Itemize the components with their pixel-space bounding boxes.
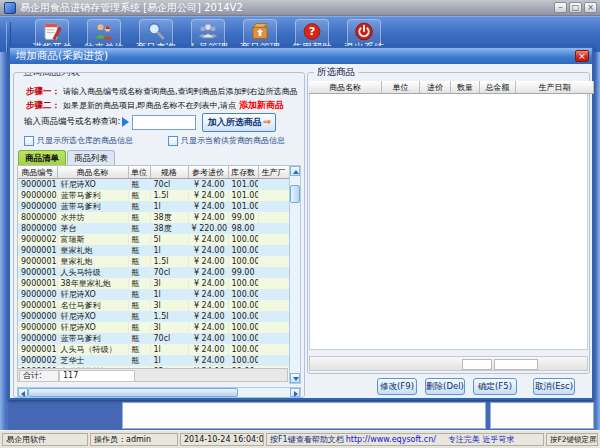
table-row[interactable]: 90000006蓝带马爹利瓶70cl¥ 24.00100.00	[18, 333, 289, 344]
table-row[interactable]: 9000001638年皇家礼炮瓶3l¥ 24.00100.00	[18, 278, 289, 289]
column-header[interactable]: 生产日期	[516, 81, 594, 94]
table-row[interactable]: 90000009轩尼诗XO瓶1l¥ 24.00100.00	[18, 289, 289, 300]
dialog-titlebar[interactable]: 增加商品(采购进货) ×	[10, 48, 592, 64]
table-cell: ¥ 24.00	[188, 245, 228, 256]
table-cell	[258, 256, 289, 267]
table-cell: 99.00	[228, 267, 258, 278]
table-row[interactable]: 80000002茅台瓶38度¥ 220.0098.00	[18, 223, 289, 234]
table-cell: 轩尼诗XO	[57, 289, 128, 300]
checkbox-icon[interactable]	[24, 136, 34, 146]
table-row[interactable]: 90000012人头马特级瓶70cl¥ 24.0099.00	[18, 267, 289, 278]
table-row[interactable]: 90000014皇家礼炮瓶1l¥ 24.00100.00	[18, 245, 289, 256]
search-input[interactable]	[132, 115, 196, 130]
table-cell: 皇家礼炮	[57, 245, 128, 256]
modify-button[interactable]: 修改(F9)	[377, 378, 417, 395]
table-header-row: 商品编号商品名称单位规格参考进价库存数生产厂	[18, 166, 289, 179]
arrow-right-icon: ⇒	[263, 117, 271, 127]
delete-button[interactable]: 删除(Del)	[425, 378, 465, 395]
checkbox-icon[interactable]	[168, 136, 178, 146]
table-row[interactable]: 90000010轩尼诗XO瓶70cl¥ 24.00101.00	[18, 179, 289, 191]
column-header[interactable]: 商品名称	[57, 166, 128, 179]
table-row[interactable]: 90000005蓝带马爹利瓶1l¥ 24.00101.00	[18, 201, 289, 212]
table-cell: ¥ 24.00	[188, 322, 228, 333]
table-row[interactable]: 90000023芝华士瓶1l¥ 24.00100.00	[18, 355, 289, 366]
scroll-left-button[interactable]	[18, 388, 28, 397]
column-header[interactable]: 单位	[128, 166, 150, 179]
scroll-up-button[interactable]	[290, 166, 300, 176]
table-row[interactable]: 90000011人头马（特级）瓶1l¥ 24.00100.00	[18, 344, 289, 355]
add-product-dialog: 增加商品(采购进货) × 查询商品列表 步骤一：请输入商品编号或名称查询商品,查…	[8, 46, 594, 400]
table-cell: 100.00	[228, 245, 258, 256]
table-cell: 瓶	[128, 333, 150, 344]
table-row[interactable]: 90000013皇家礼炮瓶1.5l¥ 24.00100.00	[18, 256, 289, 267]
table-cell: 101.00	[228, 201, 258, 212]
maximize-button[interactable]: □	[569, 2, 582, 13]
scrollbar-thumb[interactable]	[290, 185, 300, 203]
step2-label: 步骤二：	[26, 100, 60, 110]
tab-product-list-active[interactable]: 商品清单	[18, 150, 66, 166]
cancel-button[interactable]: 取消(Esc)	[533, 378, 575, 395]
table-cell: ¥ 24.00	[188, 190, 228, 201]
table-cell: 100.00	[228, 344, 258, 355]
table-cell: 101.00	[228, 179, 258, 191]
column-header[interactable]: 商品编号	[18, 166, 57, 179]
status-slogan: 专注完美 近乎苛求	[448, 435, 515, 444]
scroll-right-button[interactable]	[290, 388, 300, 397]
table-row[interactable]: 90000007轩尼诗XO瓶3l¥ 24.00100.00	[18, 322, 289, 333]
minimize-button[interactable]: –	[554, 2, 567, 13]
add-new-product-link[interactable]: 添加新商品	[239, 100, 284, 110]
table-cell: 100.00	[228, 256, 258, 267]
power-icon	[353, 21, 375, 42]
package-icon	[249, 21, 271, 42]
product-tabs: 商品清单 商品列表	[18, 150, 115, 166]
status-url-link[interactable]: http://www.eqysoft.cn/	[346, 435, 436, 444]
column-header[interactable]: 数量	[451, 81, 480, 94]
tab-product-list[interactable]: 商品列表	[67, 150, 115, 166]
table-cell	[258, 344, 289, 355]
table-cell: 100.00	[228, 278, 258, 289]
column-header[interactable]: 参考进价	[188, 166, 228, 179]
confirm-button[interactable]: 确定(F5)	[473, 378, 517, 395]
close-button[interactable]: ×	[584, 2, 597, 13]
supplier-filter-checkbox[interactable]: 只显示当前供货商的商品信息	[168, 135, 285, 146]
table-cell: 90000004	[18, 190, 57, 201]
column-header[interactable]: 库存数	[228, 166, 258, 179]
table-cell: 名仕马爹利	[57, 300, 128, 311]
table-cell: ¥ 24.00	[188, 267, 228, 278]
table-cell	[258, 179, 289, 191]
vertical-scrollbar[interactable]	[289, 165, 301, 384]
step1-instruction: 步骤一：请输入商品编号或名称查询商品,查询到商品后添加到右边所选商品	[26, 86, 302, 98]
table-row[interactable]: 90000029富瑞斯瓶5l¥ 24.00100.00	[18, 234, 289, 245]
column-header[interactable]: 商品名称	[309, 81, 382, 94]
column-header[interactable]: 规格	[150, 166, 188, 179]
window-left-border	[0, 52, 8, 430]
column-header[interactable]: 生产厂	[258, 166, 289, 179]
table-row[interactable]: 90000004蓝带马爹利瓶1.5l¥ 24.00101.00	[18, 190, 289, 201]
dialog-close-button[interactable]: ×	[575, 50, 589, 62]
scrollbar-thumb[interactable]	[28, 388, 238, 397]
column-header[interactable]: 进价	[420, 81, 451, 94]
horizontal-scrollbar[interactable]	[17, 387, 301, 398]
table-cell: 瓶	[128, 201, 150, 212]
window-titlebar[interactable]: 易企用食品进销存管理系统 [易企用公司] 2014V2 – □ ×	[0, 0, 600, 16]
table-cell: 90000008	[18, 311, 57, 322]
table-row[interactable]: 90000008轩尼诗XO瓶1.5l¥ 24.00100.00	[18, 311, 289, 322]
column-header[interactable]: 单位	[382, 81, 420, 94]
table-cell: 水井坊	[57, 212, 128, 223]
table-row[interactable]: 80000008水井坊瓶38度¥ 24.0099.00	[18, 212, 289, 223]
table-header-row: 商品名称单位进价数量总金额生产日期	[309, 81, 594, 94]
table-cell: ¥ 24.00	[188, 311, 228, 322]
table-cell: 80000008	[18, 212, 57, 223]
column-header[interactable]: 总金额	[480, 81, 516, 94]
table-cell	[258, 311, 289, 322]
table-cell: 瓶	[128, 234, 150, 245]
total-label: 合计:	[19, 370, 59, 382]
table-cell: 瓶	[128, 223, 150, 234]
add-to-selected-button[interactable]: 加入所选商品⇒	[202, 113, 276, 132]
scroll-down-button[interactable]	[290, 373, 300, 383]
table-cell: 芝华士	[57, 355, 128, 366]
table-row[interactable]: 90000017名仕马爹利瓶3l¥ 24.00100.00	[18, 300, 289, 311]
table-cell: 90000010	[18, 179, 57, 191]
warehouse-filter-checkbox[interactable]: 只显示所选仓库的商品信息	[24, 135, 133, 146]
table-cell: 90000023	[18, 355, 57, 366]
